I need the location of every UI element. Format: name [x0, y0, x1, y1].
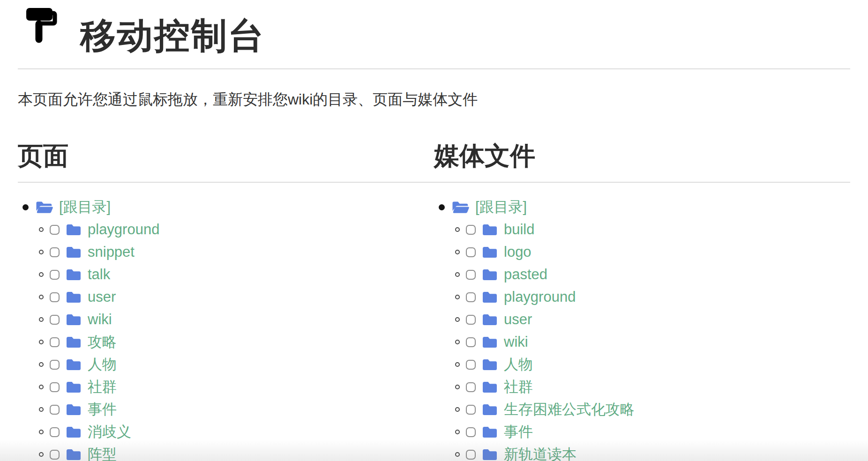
- item-checkbox[interactable]: [50, 337, 60, 347]
- item-link[interactable]: logo: [504, 244, 531, 260]
- root-directory-link[interactable]: [跟目录]: [59, 197, 111, 217]
- open-folder-icon: [36, 200, 53, 214]
- media-heading: 媒体文件: [434, 141, 850, 183]
- tree-item: user: [18, 286, 434, 308]
- tree-item: 阵型: [18, 443, 434, 461]
- item-checkbox[interactable]: [466, 450, 476, 460]
- item-link[interactable]: user: [88, 289, 116, 305]
- item-link[interactable]: wiki: [88, 311, 112, 328]
- root-directory-link[interactable]: [跟目录]: [475, 197, 527, 217]
- root-item: [跟目录] build logo pasted: [434, 196, 850, 461]
- item-link[interactable]: user: [504, 311, 532, 328]
- item-link[interactable]: wiki: [504, 334, 528, 350]
- item-checkbox[interactable]: [466, 247, 476, 257]
- item-link[interactable]: build: [504, 221, 535, 238]
- tree-item: 消歧义: [18, 421, 434, 443]
- root-item: [跟目录] playground snippet talk: [18, 196, 434, 461]
- item-checkbox[interactable]: [50, 315, 60, 325]
- folder-icon: [482, 448, 498, 461]
- folder-icon: [66, 448, 82, 461]
- pages-children: playground snippet talk user: [18, 218, 434, 461]
- page-header: 移动控制台: [18, 0, 850, 68]
- item-link[interactable]: 人物: [504, 355, 533, 374]
- folder-icon: [66, 403, 82, 416]
- item-checkbox[interactable]: [50, 360, 60, 370]
- folder-icon: [66, 223, 82, 236]
- item-link[interactable]: 事件: [88, 400, 117, 419]
- tree-item: wiki: [434, 331, 850, 353]
- folder-icon: [482, 381, 498, 394]
- item-link[interactable]: 社群: [88, 377, 117, 397]
- bullet-circle-icon: [455, 362, 460, 367]
- bullet-circle-icon: [39, 452, 44, 457]
- bullet-circle-icon: [39, 430, 44, 434]
- item-checkbox[interactable]: [50, 405, 60, 415]
- bullet-circle-icon: [39, 340, 44, 344]
- item-checkbox[interactable]: [466, 225, 476, 235]
- item-link[interactable]: 社群: [504, 377, 533, 397]
- item-checkbox[interactable]: [50, 427, 60, 437]
- tree-item: 社群: [18, 376, 434, 398]
- item-link[interactable]: pasted: [504, 266, 547, 283]
- item-checkbox[interactable]: [466, 337, 476, 347]
- pages-tree: [跟目录] playground snippet talk: [18, 196, 434, 461]
- item-checkbox[interactable]: [50, 247, 60, 257]
- tree-item: build: [434, 218, 850, 241]
- bullet-circle-icon: [455, 317, 460, 322]
- item-link[interactable]: 消歧义: [88, 422, 131, 442]
- bullet-disc-icon: [22, 204, 29, 210]
- bullet-circle-icon: [39, 362, 44, 367]
- item-checkbox[interactable]: [466, 427, 476, 437]
- item-checkbox[interactable]: [466, 292, 476, 302]
- item-checkbox[interactable]: [466, 315, 476, 325]
- paint-roller-icon: [26, 7, 58, 46]
- item-link[interactable]: talk: [88, 266, 110, 283]
- folder-icon: [482, 246, 498, 259]
- item-link[interactable]: 生存困难公式化攻略: [504, 400, 635, 419]
- item-link[interactable]: 阵型: [88, 445, 117, 461]
- tree-item: 事件: [434, 421, 850, 443]
- item-link[interactable]: 新轨道读本: [504, 445, 576, 461]
- folder-icon: [482, 358, 498, 371]
- tree-item: 生存困难公式化攻略: [434, 398, 850, 421]
- item-checkbox[interactable]: [466, 270, 476, 280]
- tree-item: 事件: [18, 398, 434, 421]
- folder-icon: [482, 291, 498, 304]
- media-column: 媒体文件 [跟目录] buil: [434, 141, 850, 461]
- folder-icon: [482, 403, 498, 416]
- page-description: 本页面允许您通过鼠标拖放，重新安排您wiki的目录、页面与媒体文件: [18, 69, 850, 111]
- bullet-circle-icon: [455, 385, 460, 389]
- item-checkbox[interactable]: [50, 450, 60, 460]
- item-link[interactable]: 事件: [504, 422, 533, 442]
- item-checkbox[interactable]: [466, 382, 476, 392]
- item-link[interactable]: 人物: [88, 355, 117, 374]
- bullet-circle-icon: [455, 452, 460, 457]
- open-folder-icon: [452, 200, 470, 214]
- item-link[interactable]: playground: [504, 289, 576, 305]
- folder-icon: [66, 381, 82, 394]
- tree-item: logo: [434, 241, 850, 263]
- folder-icon: [482, 313, 498, 326]
- tree-item: 社群: [434, 376, 850, 398]
- folder-icon: [482, 223, 498, 236]
- bullet-circle-icon: [39, 385, 44, 389]
- tree-item: playground: [434, 286, 850, 308]
- bullet-disc-icon: [439, 204, 445, 210]
- item-checkbox[interactable]: [466, 360, 476, 370]
- bullet-circle-icon: [455, 295, 460, 299]
- tree-item: pasted: [434, 263, 850, 286]
- item-link[interactable]: snippet: [88, 244, 135, 260]
- folder-icon: [66, 336, 82, 349]
- item-checkbox[interactable]: [50, 270, 60, 280]
- item-link[interactable]: playground: [88, 221, 159, 238]
- item-link[interactable]: 攻略: [88, 332, 117, 352]
- item-checkbox[interactable]: [50, 225, 60, 235]
- pages-column: 页面 [跟目录] playgr: [18, 141, 434, 461]
- item-checkbox[interactable]: [50, 382, 60, 392]
- root-row: [跟目录]: [18, 196, 434, 218]
- tree-item: snippet: [18, 241, 434, 263]
- folder-icon: [66, 268, 82, 281]
- tree-columns: 页面 [跟目录] playgr: [18, 141, 850, 461]
- item-checkbox[interactable]: [50, 292, 60, 302]
- item-checkbox[interactable]: [466, 405, 476, 415]
